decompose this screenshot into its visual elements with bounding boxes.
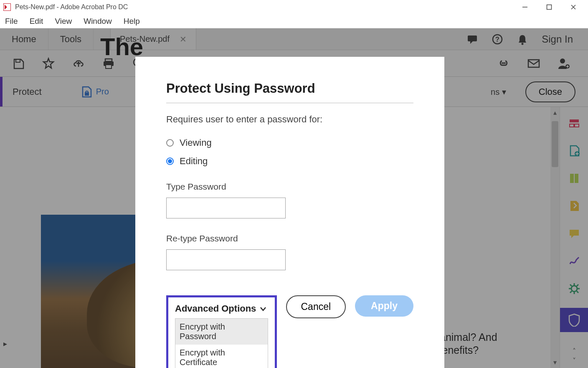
dialog-requires-label: Requires user to enter a password for: bbox=[166, 114, 413, 125]
radio-editing-label: Editing bbox=[180, 156, 208, 167]
advanced-options-menu: Encrypt with Password Encrypt with Certi… bbox=[175, 318, 268, 368]
menu-bar: File Edit View Window Help bbox=[0, 14, 588, 28]
svg-rect-1 bbox=[547, 5, 552, 10]
window-title: Pets-New.pdf - Adobe Acrobat Pro DC bbox=[15, 3, 128, 11]
maximize-button[interactable] bbox=[545, 3, 554, 12]
retype-password-input[interactable] bbox=[166, 249, 286, 270]
menu-file[interactable]: File bbox=[5, 17, 18, 26]
chevron-down-icon bbox=[259, 306, 267, 312]
window-titlebar: Pets-New.pdf - Adobe Acrobat Pro DC bbox=[0, 0, 588, 14]
radio-viewing-indicator bbox=[166, 139, 174, 147]
type-password-input[interactable] bbox=[166, 198, 286, 218]
menu-edit[interactable]: Edit bbox=[30, 17, 43, 26]
menu-encrypt-password[interactable]: Encrypt with Password bbox=[175, 319, 268, 345]
close-window-button[interactable] bbox=[569, 3, 578, 12]
radio-viewing[interactable]: Viewing bbox=[166, 137, 413, 148]
acrobat-app-icon bbox=[3, 3, 11, 11]
radio-editing-indicator bbox=[166, 157, 174, 165]
advanced-options-toggle[interactable]: Advanced Options bbox=[175, 303, 268, 314]
minimize-button[interactable] bbox=[520, 3, 530, 12]
type-password-label: Type Password bbox=[166, 182, 413, 192]
apply-button[interactable]: Apply bbox=[355, 295, 413, 317]
retype-password-label: Re-type Password bbox=[166, 233, 413, 244]
advanced-options-label: Advanced Options bbox=[175, 303, 256, 314]
cancel-button[interactable]: Cancel bbox=[286, 295, 346, 318]
advanced-options-highlight: Advanced Options Encrypt with Password E… bbox=[166, 295, 277, 368]
menu-window[interactable]: Window bbox=[84, 17, 112, 26]
dialog-title: Protect Using Password bbox=[166, 81, 413, 103]
menu-encrypt-certificate[interactable]: Encrypt with Certificate bbox=[175, 345, 268, 368]
menu-help[interactable]: Help bbox=[124, 17, 140, 26]
window-controls bbox=[520, 3, 585, 12]
protect-password-dialog: Protect Using Password Requires user to … bbox=[135, 57, 444, 368]
radio-viewing-label: Viewing bbox=[180, 137, 212, 148]
radio-editing[interactable]: Editing bbox=[166, 156, 413, 167]
menu-view[interactable]: View bbox=[55, 17, 72, 26]
